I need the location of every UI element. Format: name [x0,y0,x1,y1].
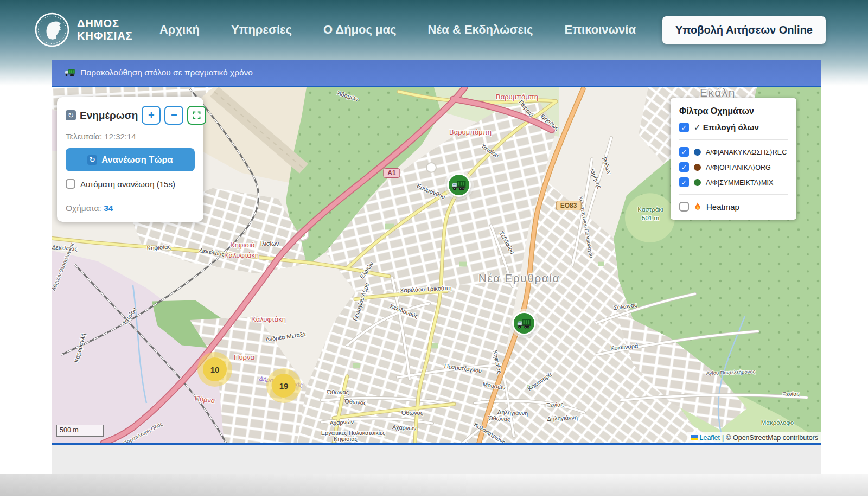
auto-refresh-checkbox[interactable]: Αυτόματη ανανέωση (15s) [66,179,195,189]
truck-icon [65,68,75,77]
checkbox-checked[interactable]: ✓ [679,177,689,187]
footer-band [0,474,868,496]
municipality-emblem-icon [35,12,69,47]
checkbox-unchecked[interactable] [66,179,75,189]
checkbox-checked[interactable]: ✓ [679,147,689,157]
zoom-in-button[interactable]: + [142,106,161,125]
checkbox-unchecked[interactable] [679,202,689,212]
select-all-checkbox[interactable]: ✓ ✓ Επιλογή όλων [679,123,788,132]
recycling-dot-icon [694,149,701,156]
attribution-separator: | [722,434,724,442]
vehicle-marker[interactable] [447,173,471,197]
cluster-count: 19 [272,374,296,398]
divider [66,196,195,196]
control-panel-title: Ενημέρωση [80,110,138,121]
brand-text: ΔΗΜΟΣ ΚΗΦΙΣΙΑΣ [77,17,133,42]
nav-item-municipality[interactable]: Ο Δήμος μας [323,23,397,37]
brand-line2: ΚΗΦΙΣΙΑΣ [77,30,133,42]
filter-organics-checkbox[interactable]: ✓ Α/Φ|ΟΡΓΑΝΙΚΑ⟩ORG [679,162,788,172]
vehicles-count-row: Οχήματα: 34 [66,203,195,213]
vehicle-marker[interactable] [512,311,536,335]
osm-attribution: © OpenStreetMap contributors [726,434,818,442]
fleet-tracking-banner: Παρακολούθηση στόλου σε πραγματικό χρόνο [52,60,821,86]
vehicle-filters-panel: Φίλτρα Οχημάτων ✓ ✓ Επιλογή όλων ✓ Α/Φ|Α… [671,98,796,220]
checkbox-checked[interactable]: ✓ [679,162,689,172]
last-update-text: Τελευταία: 12:32:14 [66,132,195,141]
main-nav-bar: ΔΗΜΟΣ ΚΗΦΙΣΙΑΣ Αρχική Υπηρεσίες Ο Δήμος … [0,0,868,60]
mixed-dot-icon [694,179,701,186]
divider [679,139,788,140]
refresh-now-button[interactable]: ↻ Ανανέωση Τώρα [66,148,195,171]
map-scale: 500 m [56,425,104,437]
vehicles-count: 34 [104,203,113,213]
filter-recycling-checkbox[interactable]: ✓ Α/Φ|ΑΝΑΚΥΚΛΩΣΗΣ⟩REC [679,147,788,157]
content-spacer [52,445,821,474]
nav-item-contact[interactable]: Επικοινωνία [565,23,636,37]
ukraine-flag-icon [691,435,698,440]
page: ΔΗΜΟΣ ΚΗΦΙΣΙΑΣ Αρχική Υπηρεσίες Ο Δήμος … [0,0,868,496]
nav-item-services[interactable]: Υπηρεσίες [231,23,292,37]
refresh-icon: ↻ [87,155,97,165]
nav-item-home[interactable]: Αρχική [159,23,200,37]
main-nav: Αρχική Υπηρεσίες Ο Δήμος μας Νέα & Εκδηλ… [133,23,662,37]
refresh-icon: ↻ [66,110,76,120]
leaflet-link[interactable]: Leaflet [700,434,720,442]
fullscreen-button[interactable] [187,106,206,125]
cluster-count: 10 [203,357,227,381]
update-control-panel: ↻ Ενημέρωση + − Τελευταία: 12:32:14 ↻ Αν… [57,97,203,222]
online-applications-button[interactable]: Υποβολή Αιτήσεων Online [662,16,826,44]
cluster-marker[interactable]: 19 [266,368,301,403]
route-badge: EO83 [556,201,582,210]
checkbox-checked[interactable]: ✓ [679,123,689,132]
filters-title: Φίλτρα Οχημάτων [679,106,788,116]
filter-mixed-checkbox[interactable]: ✓ Α/Φ|ΣΥΜΜΕΙΚΤΑ⟩MIX [679,177,788,187]
zoom-out-button[interactable]: − [164,106,183,125]
brand-line1: ΔΗΜΟΣ [77,17,119,29]
map-container[interactable]: ΆδαμώνΠειραιάΒαρυμπόμπηΕκάληΒαρυμπόμπηΘη… [52,86,821,445]
last-update-time: 12:32:14 [104,132,136,141]
organics-dot-icon [694,164,701,171]
cluster-marker[interactable]: 10 [197,352,232,387]
divider [679,194,788,195]
heatmap-checkbox[interactable]: Heatmap [679,202,788,212]
site-logo[interactable]: ΔΗΜΟΣ ΚΗΦΙΣΙΑΣ [35,12,133,47]
flame-icon [694,202,701,211]
site-header: ΔΗΜΟΣ ΚΗΦΙΣΙΑΣ Αρχική Υπηρεσίες Ο Δήμος … [0,0,868,86]
route-badge: A1 [383,168,400,178]
map-attribution: Leaflet | © OpenStreetMap contributors [687,432,822,443]
fleet-tracking-title: Παρακολούθηση στόλου σε πραγματικό χρόνο [80,68,253,78]
nav-item-news-events[interactable]: Νέα & Εκδηλώσεις [427,23,533,37]
